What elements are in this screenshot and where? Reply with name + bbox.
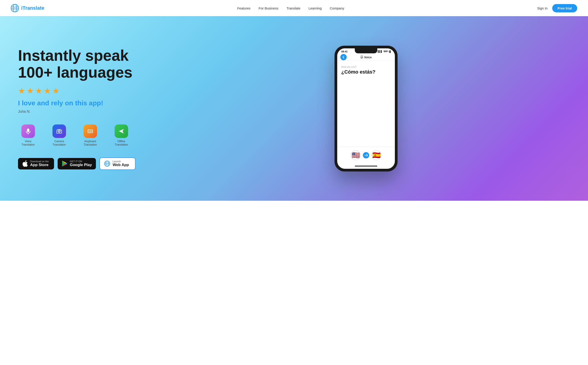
keyboard-icon-wrap bbox=[84, 124, 97, 138]
phone-app-header: Voice bbox=[337, 54, 395, 61]
arrow-left-icon bbox=[342, 56, 345, 59]
web-app-button[interactable]: Launch Web App bbox=[99, 158, 135, 170]
hero-title: Instantly speak 100+ languages bbox=[18, 47, 162, 81]
star-5: ★ bbox=[52, 86, 59, 96]
keyboard-translation-label: KeyboardTranslation bbox=[84, 140, 97, 147]
offline-icon-wrap bbox=[115, 124, 128, 138]
svg-rect-14 bbox=[91, 131, 92, 132]
camera-icon-wrap bbox=[52, 124, 66, 138]
download-row: Download on the App Store GET IT ON Goog… bbox=[18, 158, 162, 170]
signal-icon: ▌▌▌ bbox=[378, 50, 383, 53]
feature-keyboard: KeyboardTranslation bbox=[80, 124, 100, 147]
apple-icon bbox=[22, 160, 28, 167]
voice-icon-wrap bbox=[21, 124, 35, 138]
airplane-icon bbox=[118, 128, 125, 134]
google-play-icon bbox=[62, 161, 68, 167]
svg-rect-10 bbox=[91, 130, 91, 131]
camera-icon bbox=[56, 128, 62, 134]
hero-section: Instantly speak 100+ languages ★ ★ ★ ★ ★… bbox=[0, 16, 588, 201]
sign-in-link[interactable]: Sign In bbox=[537, 6, 548, 10]
feature-camera: CameraTranslation bbox=[49, 124, 69, 147]
google-play-text: GET IT ON Google Play bbox=[70, 160, 92, 167]
nav-translate[interactable]: Translate bbox=[286, 6, 300, 10]
svg-rect-8 bbox=[88, 130, 89, 131]
nav-company[interactable]: Company bbox=[330, 6, 344, 10]
svg-point-6 bbox=[59, 131, 60, 132]
nav-learning[interactable]: Learning bbox=[308, 6, 321, 10]
nav-features[interactable]: Features bbox=[237, 6, 251, 10]
star-1: ★ bbox=[18, 86, 25, 96]
app-store-button[interactable]: Download on the App Store bbox=[18, 158, 54, 169]
hero-author: Juha N. bbox=[18, 110, 162, 114]
phone-notch bbox=[355, 48, 377, 53]
swap-icon bbox=[364, 154, 368, 157]
header-actions: Sign In Free trial bbox=[537, 4, 577, 12]
nav-for-business[interactable]: For Business bbox=[259, 6, 278, 10]
phone-language-row: 🇺🇸 🇪🇸 bbox=[337, 147, 395, 164]
logo-text: iTranslate bbox=[21, 5, 44, 11]
target-language-flag[interactable]: 🇪🇸 bbox=[371, 150, 381, 160]
svg-rect-11 bbox=[92, 130, 92, 131]
phone-mockup: 09:41 ▌▌▌ WiFi ▓ bbox=[334, 46, 397, 171]
source-language-flag[interactable]: 🇺🇸 bbox=[351, 150, 361, 160]
phone-home-indicator bbox=[355, 166, 377, 167]
hero-quote: I love and rely on this app! bbox=[18, 99, 162, 107]
battery-icon: ▓ bbox=[389, 50, 391, 53]
web-globe-icon bbox=[104, 161, 110, 167]
phone-content: How are you? ¿Cómo estás? bbox=[337, 61, 395, 147]
voice-translation-label: VoiceTranslation bbox=[21, 140, 35, 147]
phone-translated-text: ¿Cómo estás? bbox=[341, 69, 391, 75]
star-2: ★ bbox=[27, 86, 34, 96]
main-nav: Features For Business Translate Learning… bbox=[237, 6, 344, 10]
logo[interactable]: iTranslate bbox=[11, 4, 44, 12]
hero-phone-area: 09:41 ▌▌▌ WiFi ▓ bbox=[162, 46, 570, 171]
status-icons: ▌▌▌ WiFi ▓ bbox=[378, 50, 391, 53]
camera-translation-label: CameraTranslation bbox=[53, 140, 66, 147]
globe-icon bbox=[11, 4, 19, 12]
feature-voice: VoiceTranslation bbox=[18, 124, 38, 147]
web-app-text: Launch Web App bbox=[113, 160, 129, 167]
svg-rect-3 bbox=[27, 128, 29, 132]
free-trial-button[interactable]: Free trial bbox=[552, 4, 577, 12]
star-rating: ★ ★ ★ ★ ★ bbox=[18, 86, 162, 96]
phone-screen: 09:41 ▌▌▌ WiFi ▓ bbox=[337, 48, 395, 169]
svg-rect-22 bbox=[361, 56, 362, 58]
phone-time: 09:41 bbox=[341, 50, 347, 53]
hero-content: Instantly speak 100+ languages ★ ★ ★ ★ ★… bbox=[18, 47, 162, 170]
star-4: ★ bbox=[44, 86, 51, 96]
features-row: VoiceTranslation CameraTranslation bbox=[18, 124, 162, 147]
mic-small-icon bbox=[361, 56, 363, 59]
star-3: ★ bbox=[35, 86, 42, 96]
phone-back-button[interactable] bbox=[340, 54, 347, 60]
phone-original-text: How are you? bbox=[341, 65, 391, 68]
phone-header-title: Voice bbox=[361, 56, 372, 59]
header: iTranslate Features For Business Transla… bbox=[0, 0, 588, 16]
app-store-text: Download on the App Store bbox=[30, 160, 49, 167]
google-play-button[interactable]: GET IT ON Google Play bbox=[58, 158, 96, 169]
wifi-icon: WiFi bbox=[384, 50, 388, 53]
keyboard-icon bbox=[87, 128, 93, 134]
svg-rect-12 bbox=[88, 131, 89, 132]
svg-rect-7 bbox=[88, 130, 93, 133]
microphone-icon bbox=[25, 128, 31, 134]
svg-rect-9 bbox=[90, 130, 90, 131]
feature-offline: OfflineTranslation bbox=[111, 124, 131, 147]
language-swap-button[interactable] bbox=[363, 152, 369, 158]
svg-rect-13 bbox=[90, 131, 91, 132]
offline-translation-label: OfflineTranslation bbox=[115, 140, 128, 147]
